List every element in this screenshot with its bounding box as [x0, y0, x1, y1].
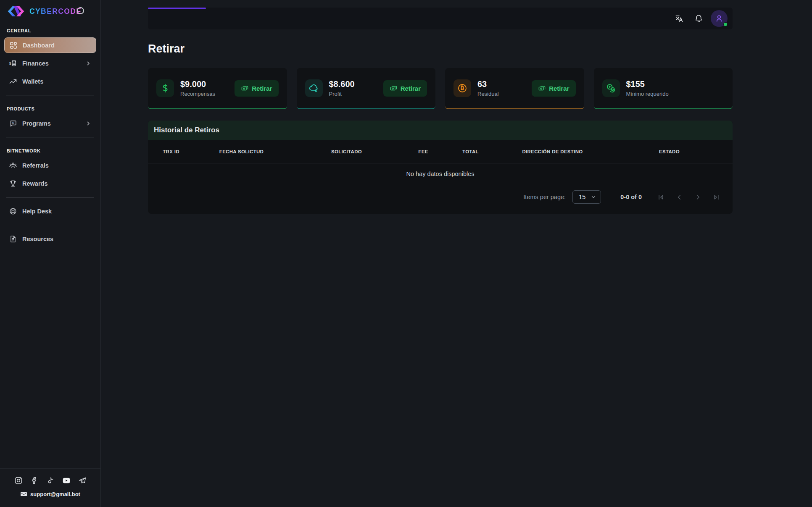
svg-text:$: $ [9, 61, 11, 66]
col-fecha-solictud: FECHA SOLICTUD [194, 149, 289, 154]
online-status-dot [723, 22, 728, 26]
card-label: Residual [477, 91, 499, 97]
envelope-icon [20, 491, 27, 498]
card-residual: B 63 Residual Retirar [445, 68, 584, 109]
trophy-icon [9, 179, 17, 188]
section-label-products: PRODUCTS [0, 100, 100, 114]
card-minimo-requerido: $155 Mínimo requerido [594, 68, 733, 109]
sidebar-item-resources[interactable]: Resources [4, 231, 96, 247]
first-page-icon [657, 193, 665, 201]
banknote-icon [390, 84, 398, 92]
next-page-icon [694, 193, 702, 201]
card-value: $8.600 [329, 79, 355, 89]
cloud-dollar-icon: $ [305, 79, 323, 97]
pagination-range: 0-0 of 0 [620, 194, 642, 200]
chevron-right-icon [85, 120, 92, 127]
card-value: 63 [477, 79, 499, 89]
lifebuoy-icon [9, 207, 17, 215]
sidebar-item-referrals[interactable]: Referrals [4, 158, 96, 173]
language-button[interactable] [672, 11, 686, 26]
items-per-page-select[interactable]: 15 [572, 190, 601, 204]
card-value: $155 [626, 79, 669, 89]
document-icon [9, 235, 17, 243]
notifications-button[interactable] [691, 11, 706, 26]
sidebar-item-wallets[interactable]: Wallets [4, 74, 96, 89]
chevron-right-icon [85, 60, 92, 67]
retirar-button-label: Retirar [252, 85, 272, 92]
sidebar-footer: support@gmail.bot [0, 468, 100, 507]
card-value: $9.000 [180, 79, 215, 89]
retirar-residual-button[interactable]: Retirar [532, 80, 575, 97]
main-area: Retirar $9.000 Recompensas [101, 0, 812, 507]
items-per-page-value: 15 [579, 194, 585, 200]
social-links [0, 476, 100, 485]
last-page-icon [712, 193, 720, 201]
next-page-button[interactable] [691, 191, 704, 203]
brand-name: CYBERCODE [29, 7, 82, 16]
support-email-link[interactable]: support@gmail.bot [0, 491, 100, 498]
youtube-icon[interactable] [62, 476, 71, 485]
tiktok-icon[interactable] [46, 476, 55, 485]
sidebar-item-label: Finances [22, 60, 49, 67]
trending-up-icon [9, 77, 17, 86]
page-title: Retirar [148, 42, 733, 55]
svg-text:B: B [461, 85, 464, 91]
dollar-icon [156, 79, 174, 97]
sidebar-item-label: Dashboard [23, 42, 55, 49]
stat-cards: $9.000 Recompensas Retirar [148, 68, 733, 109]
previous-page-button[interactable] [673, 191, 685, 203]
sidebar-item-rewards[interactable]: Rewards [4, 176, 96, 191]
chevron-down-icon [591, 194, 596, 200]
sidebar-item-label: Help Desk [22, 208, 52, 215]
retirar-recompensas-button[interactable]: Retirar [235, 80, 278, 97]
brand-logo[interactable]: CYBERCODE [0, 0, 100, 22]
user-avatar[interactable] [711, 10, 728, 27]
empty-table-message: No hay datos disponibles [148, 163, 733, 184]
svg-text:AI: AI [12, 121, 14, 124]
dollar-stack-icon: $ [9, 59, 17, 68]
sidebar-item-dashboard[interactable]: Dashboard [4, 37, 96, 53]
col-fee: FEE [404, 149, 442, 154]
first-page-button[interactable] [654, 191, 667, 203]
sidebar-collapse-toggle[interactable] [77, 7, 84, 14]
withdrawal-history-table: Historial de Retiros TRX ID FECHA SOLICT… [148, 121, 733, 214]
card-recompensas: $9.000 Recompensas Retirar [148, 68, 287, 109]
sidebar-item-programs[interactable]: AI Programs [4, 116, 96, 131]
sidebar-item-label: Referrals [22, 162, 49, 169]
retirar-profit-button[interactable]: Retirar [383, 80, 427, 97]
coins-icon [602, 79, 620, 97]
banknote-icon [538, 84, 546, 92]
user-person-icon [714, 13, 724, 24]
col-estado: ESTADO [606, 149, 733, 154]
sidebar-item-help-desk[interactable]: Help Desk [4, 203, 96, 219]
bell-icon [694, 14, 704, 24]
banknote-icon [241, 84, 249, 92]
col-trx-id: TRX ID [148, 149, 194, 154]
col-direccion-destino: DIRECCIÓN DE DESTINO [499, 149, 606, 154]
section-label-general: GENERAL [0, 22, 100, 36]
last-page-button[interactable] [710, 191, 722, 203]
card-label: Profit [329, 91, 355, 97]
section-label-bitnetwork: BITNETWORK [0, 142, 100, 156]
col-total: TOTAL [442, 149, 499, 154]
app-root: CYBERCODE GENERAL Dashboard $ Finances [0, 0, 812, 507]
card-profit: $ $8.600 Profit Retirar [297, 68, 436, 109]
retirar-button-label: Retirar [549, 85, 569, 92]
brand-logo-icon [6, 5, 26, 18]
sidebar-item-finances[interactable]: $ Finances [4, 55, 96, 71]
facebook-icon[interactable] [30, 476, 39, 485]
bitcoin-icon: B [453, 79, 471, 97]
retirar-button-label: Retirar [401, 85, 421, 92]
telegram-icon[interactable] [78, 476, 87, 485]
loading-progress-bar [148, 8, 206, 9]
svg-text:$: $ [315, 89, 317, 93]
table-header-row: TRX ID FECHA SOLICTUD SOLICITADO FEE TOT… [148, 140, 733, 163]
col-solicitado: SOLICITADO [289, 149, 404, 154]
table-title: Historial de Retiros [148, 121, 733, 140]
instagram-icon[interactable] [14, 476, 23, 485]
sidebar: CYBERCODE GENERAL Dashboard $ Finances [0, 0, 101, 507]
sidebar-item-label: Programs [22, 120, 51, 127]
referrals-people-icon [9, 161, 17, 170]
divider [6, 95, 94, 95]
sidebar-item-label: Rewards [22, 180, 47, 187]
